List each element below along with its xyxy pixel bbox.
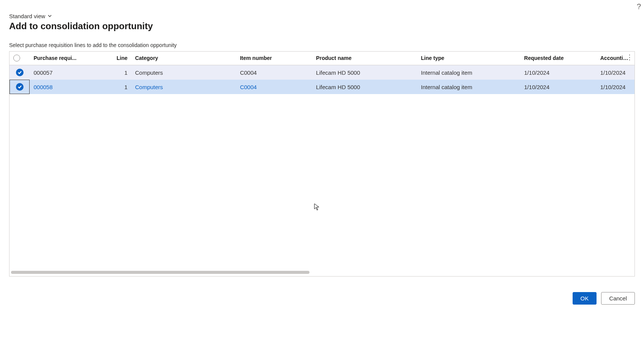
col-header-line-type[interactable]: Line type <box>417 52 521 65</box>
cell-accounting-date[interactable]: 1/10/2024 <box>597 65 635 80</box>
cell-item-number[interactable]: C0004 <box>236 80 312 94</box>
view-selector[interactable]: Standard view <box>9 13 52 19</box>
checkmark-icon[interactable] <box>16 83 24 91</box>
cell-product-name[interactable]: Lifecam HD 5000 <box>312 65 417 80</box>
chevron-down-icon <box>47 13 52 19</box>
grid-container: ⋮ Purchase requi... Line <box>9 51 635 277</box>
help-icon[interactable]: ? <box>637 2 641 11</box>
checkmark-icon[interactable] <box>16 69 24 76</box>
select-all-checkbox[interactable] <box>13 55 20 61</box>
col-header-requisition[interactable]: Purchase requi... <box>30 52 109 65</box>
grid-more-icon[interactable]: ⋮ <box>626 54 633 61</box>
cell-line[interactable]: 1 <box>109 80 131 94</box>
cell-requisition[interactable]: 000057 <box>30 65 109 80</box>
cell-category[interactable]: Computers <box>131 65 236 80</box>
cell-category[interactable]: Computers <box>131 80 236 94</box>
view-selector-label: Standard view <box>9 13 45 19</box>
cancel-button[interactable]: Cancel <box>601 292 635 305</box>
cell-requested-date[interactable]: 1/10/2024 <box>520 80 596 94</box>
col-header-requested-date[interactable]: Requested date <box>520 52 596 65</box>
col-header-line[interactable]: Line <box>109 52 131 65</box>
horizontal-scrollbar[interactable] <box>11 271 633 275</box>
col-header-category[interactable]: Category <box>131 52 236 65</box>
ok-button[interactable]: OK <box>573 292 597 305</box>
cell-line-type[interactable]: Internal catalog item <box>417 65 521 80</box>
col-header-item-number[interactable]: Item number <box>236 52 312 65</box>
cell-accounting-date[interactable]: 1/10/2024 <box>597 80 635 94</box>
row-checkbox-cell[interactable] <box>9 65 30 80</box>
requisition-lines-grid: Purchase requi... Line Category Item num… <box>9 52 635 94</box>
page-title: Add to consolidation opportunity <box>9 21 635 31</box>
grid-header-row: Purchase requi... Line Category Item num… <box>9 52 635 65</box>
dialog-footer: OK Cancel <box>573 292 635 305</box>
cell-item-number[interactable]: C0004 <box>236 65 312 80</box>
page-subtitle: Select purchase requisition lines to add… <box>9 42 635 48</box>
table-row[interactable]: 0000571ComputersC0004Lifecam HD 5000Inte… <box>9 65 635 80</box>
scrollbar-thumb[interactable] <box>11 271 309 274</box>
cell-requisition[interactable]: 000058 <box>30 80 109 94</box>
col-header-product-name[interactable]: Product name <box>312 52 417 65</box>
table-row[interactable]: 0000581ComputersC0004Lifecam HD 5000Inte… <box>9 80 635 94</box>
row-checkbox-cell[interactable] <box>9 80 30 94</box>
cell-product-name[interactable]: Lifecam HD 5000 <box>312 80 417 94</box>
cell-line[interactable]: 1 <box>109 65 131 80</box>
cell-line-type[interactable]: Internal catalog item <box>417 80 521 94</box>
cell-requested-date[interactable]: 1/10/2024 <box>520 65 596 80</box>
col-header-select[interactable] <box>9 52 30 65</box>
